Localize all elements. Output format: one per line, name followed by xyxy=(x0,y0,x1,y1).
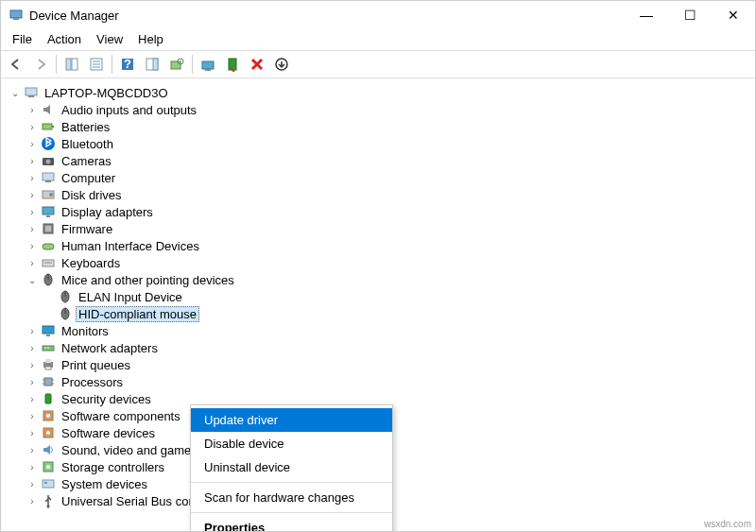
device-tree[interactable]: ⌄ LAPTOP-MQBCDD3O ›Audio inputs and outp… xyxy=(1,78,755,531)
expander-icon[interactable]: › xyxy=(26,496,39,506)
expander-icon[interactable]: › xyxy=(26,241,39,251)
menu-help[interactable]: Help xyxy=(130,30,171,48)
expander-icon[interactable]: › xyxy=(26,411,39,421)
tree-category[interactable]: ›Processors xyxy=(9,373,755,390)
cpu-icon xyxy=(41,374,56,389)
svg-rect-25 xyxy=(43,173,54,180)
menu-action[interactable]: Action xyxy=(40,30,89,48)
svg-rect-3 xyxy=(72,59,77,70)
forward-button[interactable] xyxy=(29,53,52,76)
context-menu-separator xyxy=(191,482,392,483)
tree-category[interactable]: ›Keyboards xyxy=(9,254,755,271)
expander-icon[interactable]: › xyxy=(26,156,39,166)
tree-category[interactable]: ›Computer xyxy=(9,169,755,186)
scan-hardware-button[interactable] xyxy=(165,53,188,76)
expander-icon[interactable]: › xyxy=(26,190,39,200)
tree-category[interactable]: ⌄Mice and other pointing devices xyxy=(9,271,755,288)
svg-rect-20 xyxy=(43,124,52,129)
show-hide-tree-button[interactable] xyxy=(60,53,83,76)
tree-category[interactable]: ›Bluetooth xyxy=(9,135,755,152)
svg-rect-14 xyxy=(202,61,214,69)
category-label: Software components xyxy=(60,409,182,423)
tree-category[interactable]: ›Cameras xyxy=(9,152,755,169)
expander-icon[interactable]: › xyxy=(26,360,39,370)
help-button[interactable]: ? xyxy=(116,53,139,76)
monitor-icon xyxy=(41,323,56,338)
expander-icon[interactable]: › xyxy=(26,105,39,115)
context-menu-item[interactable]: Properties xyxy=(191,516,392,531)
expander-icon[interactable]: › xyxy=(26,173,39,183)
tree-root[interactable]: ⌄ LAPTOP-MQBCDD3O xyxy=(9,84,755,101)
expander-icon[interactable]: ⌄ xyxy=(26,275,39,285)
back-button[interactable] xyxy=(5,53,27,76)
tree-category[interactable]: ›Network adapters xyxy=(9,339,755,356)
context-menu-item[interactable]: Uninstall device xyxy=(191,455,392,479)
menu-file[interactable]: File xyxy=(5,30,40,48)
properties-button[interactable] xyxy=(85,53,108,76)
tree-category[interactable]: ›Batteries xyxy=(9,118,755,135)
svg-text:?: ? xyxy=(124,57,131,71)
category-label: Audio inputs and outputs xyxy=(60,103,198,117)
camera-icon xyxy=(41,153,56,168)
expander-icon[interactable]: › xyxy=(26,462,39,472)
svg-point-57 xyxy=(46,414,50,418)
svg-rect-15 xyxy=(205,69,211,71)
tree-category[interactable]: ›Disk drives xyxy=(9,186,755,203)
category-label: Batteries xyxy=(60,120,112,134)
svg-point-61 xyxy=(46,465,50,469)
tree-category[interactable]: ›Human Interface Devices xyxy=(9,237,755,254)
add-legacy-hardware-button[interactable] xyxy=(270,53,293,76)
context-menu-item[interactable]: Disable device xyxy=(191,432,392,455)
expander-icon[interactable]: › xyxy=(26,479,39,489)
expander-icon[interactable]: › xyxy=(26,207,39,217)
expander-icon[interactable]: › xyxy=(26,343,39,353)
category-label: Firmware xyxy=(60,222,114,236)
software-icon xyxy=(41,425,56,440)
expander-icon[interactable]: › xyxy=(26,258,39,268)
display-icon xyxy=(41,204,56,219)
tree-category[interactable]: ›Print queues xyxy=(9,356,755,373)
context-menu-item[interactable]: Update driver xyxy=(191,408,392,432)
uninstall-device-button[interactable] xyxy=(246,53,268,76)
expander-icon[interactable]: › xyxy=(26,394,39,404)
disable-device-button[interactable] xyxy=(221,53,244,76)
tree-category[interactable]: ›Audio inputs and outputs xyxy=(9,101,755,118)
toolbar: ? xyxy=(1,50,755,78)
minimize-button[interactable]: — xyxy=(625,1,668,29)
expander-icon[interactable]: › xyxy=(26,326,39,336)
expander-icon[interactable]: › xyxy=(26,224,39,234)
mouse-icon xyxy=(58,306,73,321)
update-driver-button[interactable] xyxy=(197,53,219,76)
tree-device[interactable]: HID-compliant mouse xyxy=(9,305,755,322)
hid-icon xyxy=(41,238,56,253)
category-label: Display adapters xyxy=(60,205,155,219)
close-button[interactable]: ✕ xyxy=(712,1,755,29)
menu-view[interactable]: View xyxy=(89,30,130,48)
maximize-button[interactable]: ☐ xyxy=(668,1,712,29)
svg-rect-21 xyxy=(52,126,54,128)
svg-rect-42 xyxy=(43,326,54,334)
network-icon xyxy=(41,340,56,355)
expander-icon[interactable]: ⌄ xyxy=(9,88,22,98)
tree-device[interactable]: ELAN Input Device xyxy=(9,288,755,305)
device-label: ELAN Input Device xyxy=(77,290,184,304)
expander-icon[interactable]: › xyxy=(26,122,39,132)
tree-category[interactable]: ›Firmware xyxy=(9,220,755,237)
context-menu-item[interactable]: Scan for hardware changes xyxy=(191,486,392,509)
svg-point-46 xyxy=(47,347,49,349)
expander-icon[interactable]: › xyxy=(26,445,39,455)
svg-rect-19 xyxy=(28,95,34,97)
action-pane-button[interactable] xyxy=(141,53,163,76)
svg-rect-50 xyxy=(44,378,52,386)
tree-category[interactable]: ›Display adapters xyxy=(9,203,755,220)
svg-rect-1 xyxy=(13,18,19,20)
tree-category[interactable]: ›Monitors xyxy=(9,322,755,339)
svg-point-59 xyxy=(46,431,50,435)
expander-icon[interactable]: › xyxy=(26,139,39,149)
expander-icon[interactable]: › xyxy=(26,428,39,438)
svg-rect-16 xyxy=(229,59,236,70)
window-title: Device Manager xyxy=(29,9,625,23)
svg-rect-29 xyxy=(43,207,54,215)
category-label: Keyboards xyxy=(60,256,122,270)
expander-icon[interactable]: › xyxy=(26,377,39,387)
